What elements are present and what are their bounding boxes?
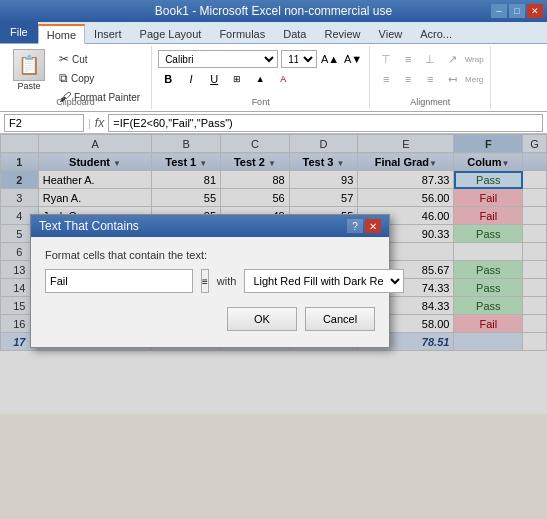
dialog-title-buttons: ? ✕ [347,219,381,233]
copy-label: Copy [71,73,94,84]
alignment-group: ⊤ ≡ ⊥ ↗ Wrap ≡ ≡ ≡ ↤ Merg Alignment [370,46,491,109]
tab-home[interactable]: Home [38,24,85,44]
ribbon-tabs: File Home Insert Page Layout Formulas Da… [0,22,547,44]
tab-file[interactable]: File [0,21,38,43]
border-button[interactable]: ⊞ [227,70,247,88]
dialog-browse-button[interactable]: ≡ [201,269,209,293]
increase-font-button[interactable]: A▲ [320,50,340,68]
font-color-button[interactable]: A [273,70,293,88]
orient-button[interactable]: ↗ [442,50,462,68]
ribbon: 📋 Paste ✂ Cut ⧉ Copy 🖌 Format Painter Cl… [0,44,547,112]
align-center-button[interactable]: ≡ [398,70,418,88]
tab-view[interactable]: View [370,23,412,43]
dialog-with-label: with [217,275,237,287]
dialog-cancel-button[interactable]: Cancel [305,307,375,331]
indent-button[interactable]: ↤ [442,70,462,88]
align-right-button[interactable]: ≡ [420,70,440,88]
dialog-body: Format cells that contain the text: ≡ wi… [31,237,389,347]
tab-data[interactable]: Data [274,23,315,43]
fx-label: fx [95,116,104,130]
dialog-description: Format cells that contain the text: [45,249,375,261]
italic-button[interactable]: I [181,70,201,88]
name-box[interactable] [4,114,84,132]
font-label: Font [152,97,369,107]
dialog-format-select[interactable]: Light Red Fill with Dark Red Text [244,269,404,293]
minimize-button[interactable]: – [491,4,507,18]
cut-icon: ✂ [59,52,69,66]
cut-button[interactable]: ✂ Cut [54,50,145,68]
align-bottom-button[interactable]: ⊥ [420,50,440,68]
title-bar: Book1 - Microsoft Excel non-commercial u… [0,0,547,22]
clipboard-label: Clipboard [0,97,151,107]
underline-button[interactable]: U [204,70,224,88]
paste-icon: 📋 [13,49,45,81]
title-bar-buttons: – □ ✕ [491,4,543,18]
align-middle-button[interactable]: ≡ [398,50,418,68]
alignment-label: Alignment [370,97,490,107]
clipboard-group: 📋 Paste ✂ Cut ⧉ Copy 🖌 Format Painter Cl… [0,46,152,109]
font-name-select[interactable]: Calibri [158,50,278,68]
cut-label: Cut [72,54,88,65]
formula-input[interactable] [108,114,543,132]
app-title: Book1 - Microsoft Excel non-commercial u… [155,4,392,18]
bold-button[interactable]: B [158,70,178,88]
dialog-input-row: ≡ with Light Red Fill with Dark Red Text [45,269,375,293]
paste-label: Paste [17,81,40,91]
text-contains-dialog: Text That Contains ? ✕ Format cells that… [30,214,390,348]
paste-button[interactable]: 📋 Paste [6,46,52,98]
tab-review[interactable]: Review [315,23,369,43]
dialog-buttons: OK Cancel [45,307,375,335]
close-button[interactable]: ✕ [527,4,543,18]
dialog-close-button[interactable]: ✕ [365,219,381,233]
wrap-text-button[interactable]: Wrap [464,50,484,68]
merge-button[interactable]: Merg [464,70,484,88]
copy-icon: ⧉ [59,71,68,85]
tab-page-layout[interactable]: Page Layout [131,23,211,43]
dialog-overlay: Text That Contains ? ✕ Format cells that… [0,134,547,414]
tab-formulas[interactable]: Formulas [210,23,274,43]
copy-button[interactable]: ⧉ Copy [54,69,145,87]
maximize-button[interactable]: □ [509,4,525,18]
tab-acro[interactable]: Acro... [411,23,461,43]
formula-bar: | fx [0,112,547,134]
dialog-title-text: Text That Contains [39,219,139,233]
font-size-select[interactable]: 11 [281,50,317,68]
font-group: Calibri 11 A▲ A▼ B I U ⊞ ▲ A Font [152,46,370,109]
fill-color-button[interactable]: ▲ [250,70,270,88]
dialog-ok-button[interactable]: OK [227,307,297,331]
decrease-font-button[interactable]: A▼ [343,50,363,68]
tab-insert[interactable]: Insert [85,23,131,43]
dialog-text-input[interactable] [45,269,193,293]
spreadsheet: A B C D E F G 1 Student ▼ Test 1 ▼ Test … [0,134,547,414]
align-top-button[interactable]: ⊤ [376,50,396,68]
dialog-help-button[interactable]: ? [347,219,363,233]
align-left-button[interactable]: ≡ [376,70,396,88]
dialog-title-bar: Text That Contains ? ✕ [31,215,389,237]
